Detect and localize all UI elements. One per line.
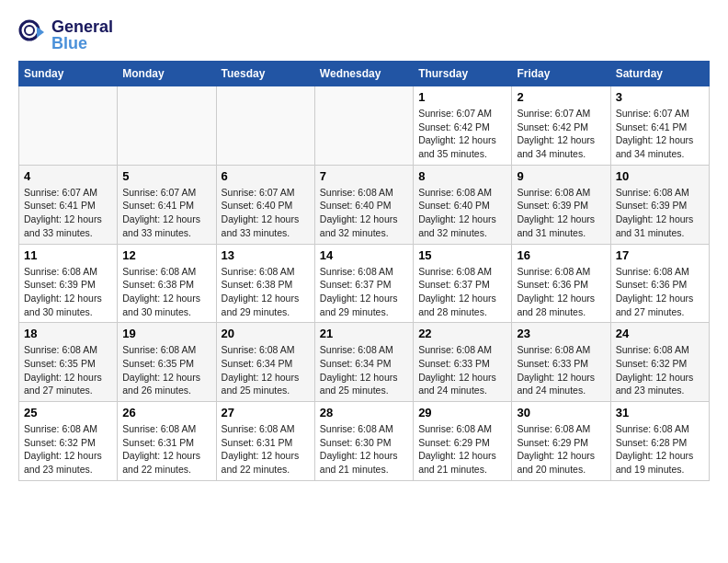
day-info: Sunrise: 6:08 AMSunset: 6:40 PMDaylight:…	[320, 186, 408, 240]
day-info: Sunrise: 6:07 AMSunset: 6:40 PMDaylight:…	[222, 186, 310, 240]
calendar-body: 1Sunrise: 6:07 AMSunset: 6:42 PMDaylight…	[19, 86, 710, 481]
day-info: Sunrise: 6:08 AMSunset: 6:31 PMDaylight:…	[122, 422, 210, 477]
day-number: 13	[222, 248, 310, 262]
day-number: 27	[222, 406, 310, 419]
calendar-cell	[216, 86, 314, 166]
calendar-cell: 25Sunrise: 6:08 AMSunset: 6:32 PMDayligh…	[19, 402, 118, 481]
calendar-cell: 1Sunrise: 6:07 AMSunset: 6:42 PMDaylight…	[414, 86, 512, 166]
day-number: 23	[517, 327, 605, 340]
day-info: Sunrise: 6:08 AMSunset: 6:31 PMDaylight:…	[222, 422, 310, 477]
calendar-week-row: 18Sunrise: 6:08 AMSunset: 6:35 PMDayligh…	[19, 323, 710, 402]
day-number: 17	[616, 248, 704, 262]
logo: General Blue	[18, 18, 113, 52]
day-number: 18	[24, 327, 112, 340]
day-number: 10	[616, 169, 704, 183]
calendar-cell: 11Sunrise: 6:08 AMSunset: 6:39 PMDayligh…	[19, 244, 118, 323]
calendar-cell: 22Sunrise: 6:08 AMSunset: 6:33 PMDayligh…	[414, 323, 512, 402]
day-number: 14	[320, 248, 408, 262]
calendar-cell: 21Sunrise: 6:08 AMSunset: 6:34 PMDayligh…	[314, 323, 413, 402]
day-info: Sunrise: 6:07 AMSunset: 6:42 PMDaylight:…	[517, 107, 605, 161]
calendar-header-row: SundayMondayTuesdayWednesdayThursdayFrid…	[19, 62, 710, 86]
day-info: Sunrise: 6:08 AMSunset: 6:37 PMDaylight:…	[418, 265, 506, 319]
day-number: 11	[24, 248, 112, 262]
logo-graphic	[18, 19, 46, 51]
logo-container: General Blue	[18, 18, 113, 52]
calendar-day-header: Thursday	[414, 62, 512, 86]
day-number: 1	[418, 90, 506, 104]
calendar-cell: 23Sunrise: 6:08 AMSunset: 6:33 PMDayligh…	[512, 323, 610, 402]
calendar-cell: 13Sunrise: 6:08 AMSunset: 6:38 PMDayligh…	[216, 244, 314, 323]
calendar-day-header: Saturday	[610, 62, 709, 86]
day-info: Sunrise: 6:07 AMSunset: 6:42 PMDaylight:…	[418, 107, 506, 161]
day-info: Sunrise: 6:08 AMSunset: 6:35 PMDaylight:…	[122, 343, 210, 397]
svg-point-1	[25, 26, 34, 35]
day-info: Sunrise: 6:07 AMSunset: 6:41 PMDaylight:…	[616, 107, 704, 161]
day-info: Sunrise: 6:08 AMSunset: 6:40 PMDaylight:…	[418, 186, 506, 240]
day-number: 31	[616, 406, 704, 419]
day-number: 5	[122, 169, 210, 183]
calendar-week-row: 1Sunrise: 6:07 AMSunset: 6:42 PMDaylight…	[19, 86, 710, 166]
day-info: Sunrise: 6:08 AMSunset: 6:33 PMDaylight:…	[418, 343, 506, 397]
day-number: 24	[616, 327, 704, 340]
calendar-cell	[314, 86, 413, 166]
calendar-cell	[118, 86, 216, 166]
calendar-cell: 24Sunrise: 6:08 AMSunset: 6:32 PMDayligh…	[610, 323, 709, 402]
day-info: Sunrise: 6:08 AMSunset: 6:32 PMDaylight:…	[616, 343, 704, 397]
logo-blue: Blue	[51, 35, 113, 52]
calendar-cell: 5Sunrise: 6:07 AMSunset: 6:41 PMDaylight…	[118, 165, 216, 244]
day-info: Sunrise: 6:08 AMSunset: 6:30 PMDaylight:…	[320, 422, 408, 477]
calendar-cell: 20Sunrise: 6:08 AMSunset: 6:34 PMDayligh…	[216, 323, 314, 402]
calendar-cell: 12Sunrise: 6:08 AMSunset: 6:38 PMDayligh…	[118, 244, 216, 323]
calendar-day-header: Wednesday	[314, 62, 413, 86]
svg-point-0	[20, 21, 39, 40]
day-number: 12	[122, 248, 210, 262]
calendar-cell: 2Sunrise: 6:07 AMSunset: 6:42 PMDaylight…	[512, 86, 610, 166]
calendar-cell: 10Sunrise: 6:08 AMSunset: 6:39 PMDayligh…	[610, 165, 709, 244]
day-number: 25	[24, 406, 112, 419]
day-info: Sunrise: 6:08 AMSunset: 6:38 PMDaylight:…	[122, 265, 210, 319]
calendar-cell: 17Sunrise: 6:08 AMSunset: 6:36 PMDayligh…	[610, 244, 709, 323]
day-number: 15	[418, 248, 506, 262]
logo-text: General Blue	[51, 18, 113, 52]
day-info: Sunrise: 6:08 AMSunset: 6:36 PMDaylight:…	[616, 265, 704, 319]
day-info: Sunrise: 6:08 AMSunset: 6:34 PMDaylight:…	[222, 343, 310, 397]
day-number: 21	[320, 327, 408, 340]
day-info: Sunrise: 6:08 AMSunset: 6:38 PMDaylight:…	[222, 265, 310, 319]
day-number: 3	[616, 90, 704, 104]
day-info: Sunrise: 6:08 AMSunset: 6:39 PMDaylight:…	[24, 265, 112, 319]
day-number: 9	[517, 169, 605, 183]
calendar-table: SundayMondayTuesdayWednesdayThursdayFrid…	[18, 61, 710, 481]
calendar-cell: 31Sunrise: 6:08 AMSunset: 6:28 PMDayligh…	[610, 402, 709, 481]
day-info: Sunrise: 6:08 AMSunset: 6:29 PMDaylight:…	[517, 422, 605, 477]
day-info: Sunrise: 6:07 AMSunset: 6:41 PMDaylight:…	[122, 186, 210, 240]
calendar-cell: 29Sunrise: 6:08 AMSunset: 6:29 PMDayligh…	[414, 402, 512, 481]
day-number: 22	[418, 327, 506, 340]
day-info: Sunrise: 6:08 AMSunset: 6:28 PMDaylight:…	[616, 422, 704, 477]
day-number: 6	[222, 169, 310, 183]
day-info: Sunrise: 6:08 AMSunset: 6:37 PMDaylight:…	[320, 265, 408, 319]
day-number: 28	[320, 406, 408, 419]
calendar-cell: 8Sunrise: 6:08 AMSunset: 6:40 PMDaylight…	[414, 165, 512, 244]
calendar-cell: 19Sunrise: 6:08 AMSunset: 6:35 PMDayligh…	[118, 323, 216, 402]
day-number: 8	[418, 169, 506, 183]
day-number: 4	[24, 169, 112, 183]
calendar-day-header: Tuesday	[216, 62, 314, 86]
calendar-cell: 18Sunrise: 6:08 AMSunset: 6:35 PMDayligh…	[19, 323, 118, 402]
day-number: 30	[517, 406, 605, 419]
calendar-cell: 30Sunrise: 6:08 AMSunset: 6:29 PMDayligh…	[512, 402, 610, 481]
calendar-day-header: Monday	[118, 62, 216, 86]
day-number: 16	[517, 248, 605, 262]
day-info: Sunrise: 6:08 AMSunset: 6:36 PMDaylight:…	[517, 265, 605, 319]
day-number: 29	[418, 406, 506, 419]
day-number: 26	[122, 406, 210, 419]
calendar-week-row: 25Sunrise: 6:08 AMSunset: 6:32 PMDayligh…	[19, 402, 710, 481]
logo-svg	[18, 19, 46, 47]
calendar-cell	[19, 86, 118, 166]
day-info: Sunrise: 6:08 AMSunset: 6:33 PMDaylight:…	[517, 343, 605, 397]
day-info: Sunrise: 6:08 AMSunset: 6:35 PMDaylight:…	[24, 343, 112, 397]
day-info: Sunrise: 6:08 AMSunset: 6:34 PMDaylight:…	[320, 343, 408, 397]
day-number: 20	[222, 327, 310, 340]
day-info: Sunrise: 6:08 AMSunset: 6:32 PMDaylight:…	[24, 422, 112, 477]
day-info: Sunrise: 6:08 AMSunset: 6:39 PMDaylight:…	[517, 186, 605, 240]
day-info: Sunrise: 6:08 AMSunset: 6:29 PMDaylight:…	[418, 422, 506, 477]
